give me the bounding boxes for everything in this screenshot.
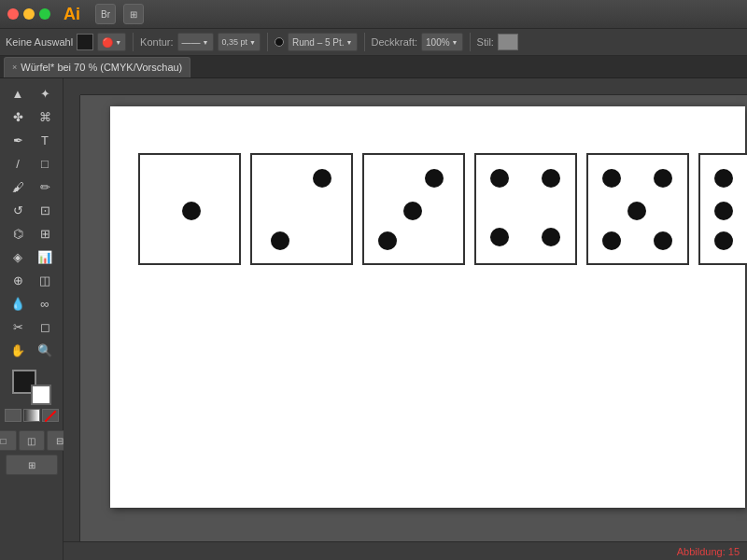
die-3 <box>362 153 465 265</box>
dot <box>490 169 509 188</box>
kontur-label: Kontur: <box>140 36 173 48</box>
magic-wand-tool[interactable]: ✤ <box>5 105 31 128</box>
statusbar: Abbildung: 15 <box>63 541 747 560</box>
column-graph-tool[interactable]: 📊 <box>32 245 58 268</box>
pen-tool[interactable]: ✒ <box>5 129 31 151</box>
none-mode-button[interactable] <box>42 409 59 422</box>
mesh-tool[interactable]: ⊕ <box>5 269 31 291</box>
tab-title: Würfel* bei 70 % (CMYK/Vorschau) <box>21 62 182 73</box>
separator2 <box>267 33 268 51</box>
dot <box>654 169 672 188</box>
direct-select-tool[interactable]: ✦ <box>32 82 58 105</box>
die-2 <box>250 153 353 265</box>
opacity-dropdown[interactable]: 100%▼ <box>421 33 463 51</box>
lasso-tool[interactable]: ⌘ <box>32 105 58 128</box>
draw-inside-button[interactable]: ◫ <box>19 430 45 451</box>
type-tool[interactable]: T <box>32 129 58 151</box>
main-area: ▲ ✦ ✤ ⌘ ✒ T / □ 🖌 ✏ ↺ ⊡ ⌬ ⊞ ◈ 📊 <box>0 78 747 560</box>
dot <box>425 169 444 188</box>
status-text: Abbildung: 15 <box>677 546 740 557</box>
die-5 <box>586 153 689 265</box>
dot <box>714 231 733 250</box>
traffic-lights <box>7 8 50 20</box>
dot <box>313 169 331 188</box>
paintbrush-tool[interactable]: 🖌 <box>5 175 31 198</box>
die-6 <box>698 153 747 265</box>
tab-close-button[interactable]: × <box>12 63 17 72</box>
kontur-dropdown[interactable]: ——▼ <box>177 33 214 51</box>
titlebar: Ai Br ⊞ <box>0 0 747 28</box>
dot <box>602 169 621 188</box>
eraser-tool[interactable]: ◻ <box>32 315 58 338</box>
hand-tool[interactable]: ✋ <box>5 339 31 361</box>
line-tool[interactable]: / <box>5 152 31 175</box>
close-button[interactable] <box>7 8 19 20</box>
scale-tool[interactable]: ⊡ <box>32 199 58 221</box>
color-mode-button[interactable] <box>5 409 21 422</box>
document-tab[interactable]: × Würfel* bei 70 % (CMYK/Vorschau) <box>4 57 190 77</box>
rotate-tool[interactable]: ↺ <box>5 199 31 221</box>
screen-mode-button[interactable]: ⊞ <box>6 455 58 475</box>
opacity-label: Deckkraft: <box>372 36 418 48</box>
separator4 <box>470 33 471 51</box>
fill-dropdown[interactable]: 🔴▼ <box>97 33 126 51</box>
canvas-area: Abbildung: 15 <box>63 78 747 560</box>
die-1 <box>138 153 241 265</box>
vertical-ruler <box>63 78 80 560</box>
workspace-icon[interactable]: ⊞ <box>123 4 144 24</box>
stroke-style-dropdown[interactable]: Rund – 5 Pt.▼ <box>288 33 358 51</box>
fill-swatch[interactable] <box>77 34 93 50</box>
stroke-width-dropdown[interactable]: 0,35 pt▼ <box>218 33 261 51</box>
selection-label: Keine Auswahl <box>6 36 73 48</box>
style-swatch[interactable] <box>498 34 518 50</box>
screen-mode-section: □ ◫ ⊟ ⊞ <box>2 427 61 479</box>
select-tool[interactable]: ▲ <box>5 82 31 105</box>
dot <box>378 231 397 250</box>
free-transform-tool[interactable]: ⊞ <box>32 222 58 245</box>
dot <box>602 231 621 250</box>
die-4 <box>474 153 577 265</box>
dot <box>542 169 560 188</box>
app-logo: Ai <box>63 5 80 24</box>
separator <box>133 33 134 51</box>
eyedropper-tool[interactable]: 💧 <box>5 292 31 315</box>
minimize-button[interactable] <box>23 8 35 20</box>
stroke-color-box[interactable] <box>31 385 51 405</box>
blend-tool[interactable]: ∞ <box>32 292 58 315</box>
separator3 <box>364 33 365 51</box>
color-section <box>2 370 61 422</box>
horizontal-ruler <box>63 78 747 95</box>
artboard <box>110 106 745 508</box>
dot <box>714 202 733 220</box>
dot <box>271 231 289 250</box>
maximize-button[interactable] <box>39 8 50 20</box>
zoom-tool[interactable]: 🔍 <box>32 339 58 361</box>
dot <box>542 228 560 246</box>
symbol-tool[interactable]: ◈ <box>5 245 31 268</box>
tabbar: × Würfel* bei 70 % (CMYK/Vorschau) <box>0 56 747 78</box>
shape-tool[interactable]: □ <box>32 152 58 175</box>
gradient-tool[interactable]: ◫ <box>32 269 58 291</box>
toolbar: Keine Auswahl 🔴▼ Kontur: ——▼ 0,35 pt▼ Ru… <box>0 28 747 56</box>
gradient-mode-button[interactable] <box>23 409 40 422</box>
dot <box>714 169 733 188</box>
style-label: Stil: <box>477 36 494 48</box>
left-toolbar: ▲ ✦ ✤ ⌘ ✒ T / □ 🖌 ✏ ↺ ⊡ ⌬ ⊞ ◈ 📊 <box>0 78 63 560</box>
dot <box>182 202 201 220</box>
dot <box>627 202 646 220</box>
fill-stroke-indicator[interactable] <box>12 370 51 405</box>
bridge-icon[interactable]: Br <box>95 4 116 24</box>
color-mode-row <box>5 409 59 422</box>
dot <box>403 202 422 220</box>
warp-tool[interactable]: ⌬ <box>5 222 31 245</box>
dot <box>654 231 672 250</box>
pencil-tool[interactable]: ✏ <box>32 175 58 198</box>
dot <box>490 228 509 246</box>
draw-mode-button[interactable]: □ <box>0 430 17 451</box>
scissors-tool[interactable]: ✂ <box>5 315 31 338</box>
stroke-color-dot[interactable] <box>275 37 284 47</box>
dice-container <box>138 153 747 265</box>
ruler-corner <box>63 78 80 95</box>
